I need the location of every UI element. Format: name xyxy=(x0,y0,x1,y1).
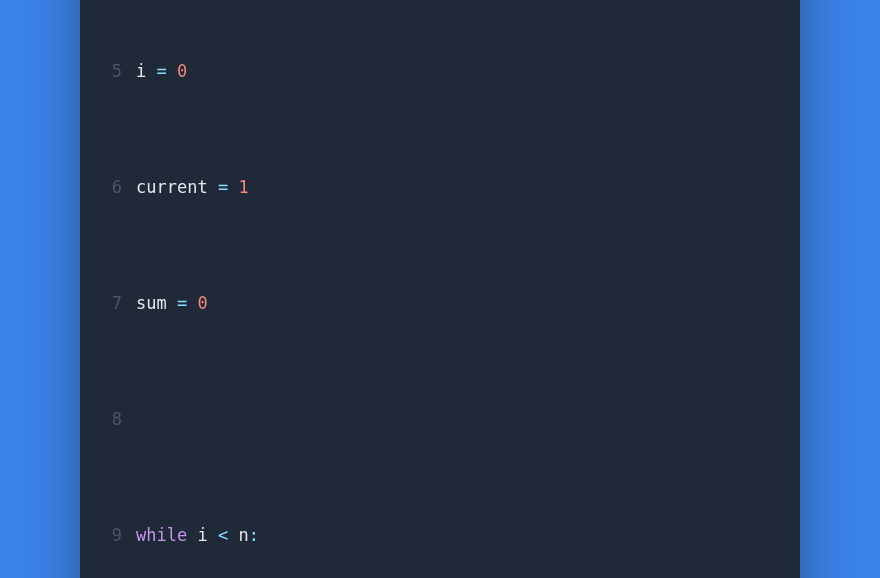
token-operator: = xyxy=(208,177,239,197)
token-number: 0 xyxy=(197,293,207,313)
code-line: 6 current = 1 xyxy=(102,173,778,202)
token-variable: n xyxy=(238,525,248,545)
token-variable: current xyxy=(136,177,208,197)
code-block: 1 # @devsaurabh_ devsaurabh.com 2 # Pyth… xyxy=(102,0,778,578)
code-line: 8 xyxy=(102,405,778,434)
line-number: 9 xyxy=(102,521,136,550)
token-operator: = xyxy=(146,61,177,81)
token-operator: = xyxy=(167,293,198,313)
code-line: 9 while i < n: xyxy=(102,521,778,550)
line-number: 8 xyxy=(102,405,136,434)
token-variable: i xyxy=(136,61,146,81)
token-number: 0 xyxy=(177,61,187,81)
code-window: 1 # @devsaurabh_ devsaurabh.com 2 # Pyth… xyxy=(80,0,800,578)
line-number: 6 xyxy=(102,173,136,202)
token-colon: : xyxy=(249,525,259,545)
token-keyword: while xyxy=(136,525,187,545)
token-operator: < xyxy=(208,525,239,545)
line-number: 5 xyxy=(102,57,136,86)
token-space xyxy=(187,525,197,545)
token-variable: i xyxy=(197,525,207,545)
token-variable: sum xyxy=(136,293,167,313)
token-number: 1 xyxy=(238,177,248,197)
line-number: 7 xyxy=(102,289,136,318)
code-line: 5 i = 0 xyxy=(102,57,778,86)
code-line: 7 sum = 0 xyxy=(102,289,778,318)
